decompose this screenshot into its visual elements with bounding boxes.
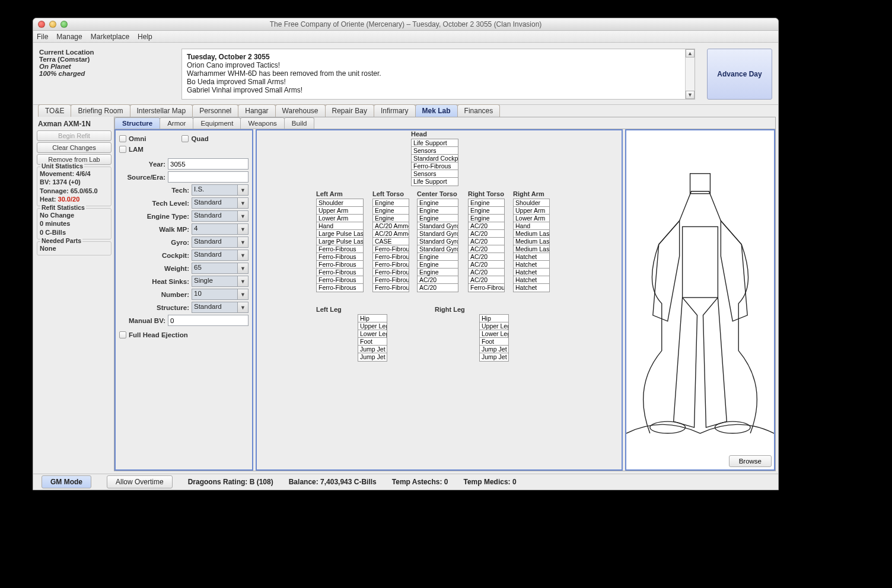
scroll-down-icon[interactable]: ▼: [686, 91, 695, 99]
crit-slot[interactable]: Lower Arm: [317, 215, 363, 222]
crit-slot[interactable]: Hatchet: [514, 269, 549, 276]
crit-slot[interactable]: Ferro-Fibrous: [317, 261, 363, 269]
scroll-up-icon[interactable]: ▲: [686, 49, 695, 57]
crit-slot[interactable]: Medium Laser: [514, 245, 549, 253]
crit-slot[interactable]: AC/20: [469, 253, 504, 261]
subtab-armor[interactable]: Armor: [160, 117, 193, 129]
crit-slot[interactable]: Jump Jet: [358, 353, 387, 361]
crit-slot[interactable]: Engine: [373, 215, 409, 222]
tab-personnel[interactable]: Personnel: [192, 104, 238, 117]
crit-slot[interactable]: Standard Cockpit: [412, 155, 458, 162]
crit-slot[interactable]: Ferro-Fibrous: [373, 269, 409, 276]
crit-slot[interactable]: AC/20: [469, 245, 504, 253]
heat-sinks-select[interactable]: Single▼: [192, 276, 249, 287]
crit-slot[interactable]: Ferro-Fibrous: [373, 253, 409, 261]
tab-infirmary[interactable]: Infirmary: [374, 104, 416, 117]
crit-slot[interactable]: CASE: [373, 238, 409, 245]
omni-checkbox[interactable]: Omni: [119, 135, 146, 142]
crit-slot[interactable]: Hip: [358, 315, 387, 322]
crit-slot[interactable]: Shoulder: [317, 199, 363, 207]
crit-slot[interactable]: Engine: [373, 199, 409, 207]
crit-slot[interactable]: Engine: [418, 215, 458, 222]
crit-slot[interactable]: Engine: [418, 261, 458, 269]
crit-slot[interactable]: Sensors: [412, 147, 458, 155]
tab-interstellar-map[interactable]: Interstellar Map: [130, 104, 193, 117]
crit-slot[interactable]: AC/20: [469, 238, 504, 245]
subtab-weapons[interactable]: Weapons: [240, 117, 284, 129]
crit-slot[interactable]: Engine: [373, 207, 409, 215]
crit-slot[interactable]: Engine: [418, 269, 458, 276]
clear-changes-button[interactable]: Clear Changes: [37, 142, 112, 153]
crit-slot[interactable]: Life Support: [412, 139, 458, 147]
lam-checkbox[interactable]: LAM: [119, 146, 249, 153]
tab-toe[interactable]: TO&E: [38, 104, 71, 117]
zoom-icon[interactable]: [60, 21, 68, 28]
menu-file[interactable]: File: [37, 33, 48, 41]
tab-warehouse[interactable]: Warehouse: [275, 104, 326, 117]
crit-slot[interactable]: Ferro-Fibrous: [317, 245, 363, 253]
crit-slot[interactable]: Jump Jet: [358, 346, 387, 353]
tab-repair-bay[interactable]: Repair Bay: [325, 104, 374, 117]
crit-slot[interactable]: Ferro-Fibrous: [317, 253, 363, 261]
crit-slot[interactable]: AC/20: [469, 222, 504, 230]
crit-slot[interactable]: Upper Leg: [480, 322, 508, 330]
crit-slot[interactable]: Ferro-Fibrous: [412, 162, 458, 170]
tab-mek-lab[interactable]: Mek Lab: [415, 104, 458, 117]
log-scrollbar[interactable]: ▲ ▼: [685, 49, 695, 99]
crit-slot[interactable]: AC/20 Ammo: [373, 230, 409, 238]
subtab-equipment[interactable]: Equipment: [193, 117, 241, 129]
crit-slot[interactable]: Standard Gyro: [418, 238, 458, 245]
crit-slot[interactable]: Upper Leg: [358, 322, 387, 330]
advance-day-button[interactable]: Advance Day: [707, 49, 772, 100]
crit-slot[interactable]: Lower Leg: [480, 330, 508, 338]
crit-slot[interactable]: AC/20: [469, 269, 504, 276]
crit-slot[interactable]: Engine: [418, 199, 458, 207]
crit-slot[interactable]: Engine: [469, 207, 504, 215]
tab-finances[interactable]: Finances: [457, 104, 501, 117]
crit-slot[interactable]: Hatchet: [514, 253, 549, 261]
crit-slot[interactable]: Ferro-Fibrous: [317, 284, 363, 292]
crit-slot[interactable]: Large Pulse Laser: [317, 230, 363, 238]
crit-slot[interactable]: Lower Arm: [514, 215, 549, 222]
crit-slot[interactable]: AC/20: [418, 276, 458, 284]
menu-help[interactable]: Help: [138, 33, 152, 41]
tab-briefing[interactable]: Briefing Room: [71, 104, 130, 117]
crit-slot[interactable]: Ferro-Fibrous: [373, 245, 409, 253]
crit-slot[interactable]: Ferro-Fibrous: [373, 284, 409, 292]
subtab-structure[interactable]: Structure: [114, 117, 160, 129]
crit-slot[interactable]: Standard Gyro: [418, 245, 458, 253]
crit-slot[interactable]: AC/20: [469, 230, 504, 238]
browse-button[interactable]: Browse: [729, 455, 772, 467]
crit-slot[interactable]: Ferro-Fibrous: [373, 276, 409, 284]
crit-slot[interactable]: Foot: [358, 338, 387, 346]
year-input[interactable]: [168, 158, 249, 170]
manual-bv-input[interactable]: [168, 315, 249, 326]
source-era-input[interactable]: [168, 171, 249, 183]
gm-mode-button[interactable]: GM Mode: [42, 475, 91, 488]
walk-mp-select[interactable]: 4▼: [192, 223, 249, 235]
crit-slot[interactable]: Ferro-Fibrous: [317, 276, 363, 284]
tech-select[interactable]: I.S.▼: [192, 184, 249, 196]
menu-marketplace[interactable]: Marketplace: [91, 33, 129, 41]
head-slots[interactable]: Life SupportSensorsStandard CockpitFerro…: [411, 139, 458, 186]
crit-slot[interactable]: Standard Gyro: [418, 222, 458, 230]
full-head-ejection-checkbox[interactable]: Full Head Ejection: [119, 331, 249, 338]
quad-checkbox[interactable]: Quad: [181, 135, 208, 142]
minimize-icon[interactable]: [49, 21, 56, 28]
gyro-select[interactable]: Standard▼: [192, 237, 249, 248]
crit-slot[interactable]: Standard Gyro: [418, 230, 458, 238]
menu-manage[interactable]: Manage: [56, 33, 82, 41]
cockpit-select[interactable]: Standard▼: [192, 250, 249, 261]
engine-type-select[interactable]: Standard▼: [192, 210, 249, 222]
crit-slot[interactable]: Hatchet: [514, 284, 549, 292]
crit-slot[interactable]: Lower Leg: [358, 330, 387, 338]
crit-slot[interactable]: Medium Laser: [514, 238, 549, 245]
crit-slot[interactable]: Ferro-Fibrous: [317, 269, 363, 276]
crit-slot[interactable]: Engine: [418, 207, 458, 215]
allow-overtime-button[interactable]: Allow Overtime: [107, 475, 173, 488]
crit-slot[interactable]: Upper Arm: [317, 207, 363, 215]
crit-slot[interactable]: Foot: [480, 338, 508, 346]
crit-slot[interactable]: Hand: [317, 222, 363, 230]
crit-slot[interactable]: AC/20: [469, 261, 504, 269]
close-icon[interactable]: [38, 21, 45, 28]
